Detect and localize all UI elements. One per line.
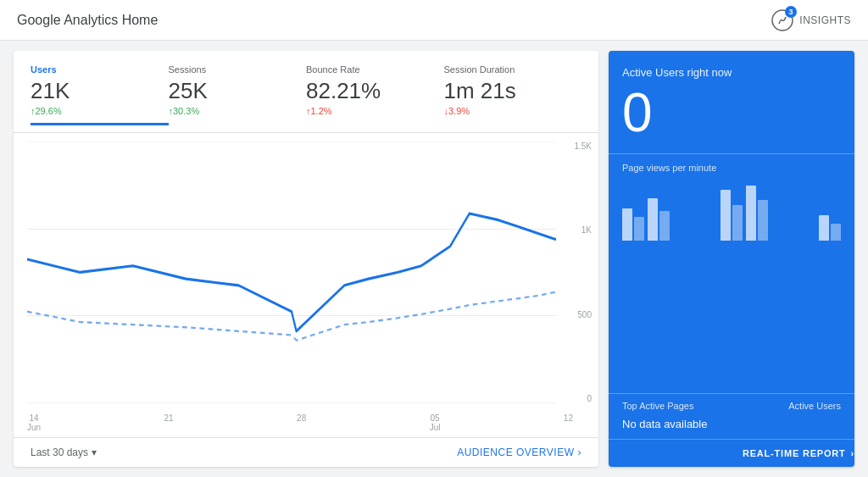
audience-link-label: AUDIENCE OVERVIEW: [457, 446, 574, 458]
card-footer: Last 30 days ▾ AUDIENCE OVERVIEW ›: [14, 437, 598, 467]
bar-4b: [758, 200, 768, 241]
realtime-count: 0: [622, 86, 841, 140]
x-label-28: 28: [297, 413, 306, 432]
bar-2b: [659, 211, 670, 241]
top-pages-header: Top Active Pages: [622, 401, 693, 411]
metric-users[interactable]: Users 21K ↑29.6%: [31, 64, 169, 125]
top-bar: Google Analytics Home 3 INSIGHTS: [0, 0, 868, 41]
no-data-message: No data available: [609, 414, 854, 439]
y-label-500: 500: [574, 310, 592, 319]
bar-1a: [622, 208, 632, 241]
insights-label: INSIGHTS: [799, 14, 851, 26]
x-axis-labels: 14 Jun 21 28 05 Jul 12: [27, 413, 573, 432]
insights-button[interactable]: 3 INSIGHTS: [771, 8, 851, 32]
bar-2a: [648, 198, 658, 241]
metric-change-users: ↑29.6%: [31, 106, 155, 116]
metric-duration[interactable]: Session Duration 1m 21s ↓3.9%: [444, 64, 582, 125]
date-selector[interactable]: Last 30 days ▾: [31, 446, 97, 458]
metric-bounce[interactable]: Bounce Rate 82.21% ↑1.2%: [306, 64, 444, 125]
bar-5a: [819, 215, 829, 241]
metric-label-users: Users: [31, 64, 155, 75]
bar-5b: [831, 224, 841, 241]
report-link-label: REAL-TIME REPORT: [743, 448, 846, 458]
bar-3a: [721, 190, 731, 241]
pageviews-bar-chart: [622, 181, 841, 241]
rt-table-header: Top Active Pages Active Users: [609, 394, 854, 414]
metric-change-duration: ↓3.9%: [444, 106, 569, 116]
metric-label-duration: Session Duration: [444, 64, 569, 75]
metric-value-bounce: 82.21%: [306, 78, 431, 104]
dropdown-arrow-icon: ▾: [92, 446, 97, 458]
x-label-05jul: 05 Jul: [430, 413, 441, 432]
date-range-label: Last 30 days: [31, 446, 88, 458]
page-title: Google Analytics Home: [17, 13, 158, 28]
realtime-title: Active Users right now: [622, 66, 841, 79]
x-label-14jun: 14 Jun: [27, 413, 41, 432]
x-label-21: 21: [164, 413, 174, 432]
realtime-report-link[interactable]: REAL-TIME REPORT ›: [609, 439, 854, 467]
chevron-right-icon-rt: ›: [851, 448, 854, 458]
audience-overview-link[interactable]: AUDIENCE OVERVIEW ›: [457, 446, 581, 458]
analytics-card: Users 21K ↑29.6% Sessions 25K ↑30.3% Bou…: [14, 51, 598, 467]
rt-bottom-section: Top Active Pages Active Users No data av…: [609, 393, 854, 467]
bar-4a: [746, 186, 756, 241]
chart-area: 1.5K 1K 500 0 14 Jun: [14, 133, 598, 437]
y-label-0: 0: [574, 394, 592, 403]
bar-1b: [634, 217, 644, 241]
line-chart: [27, 141, 585, 403]
metric-value-duration: 1m 21s: [444, 78, 569, 104]
metric-sessions[interactable]: Sessions 25K ↑30.3%: [169, 64, 307, 125]
metric-label-bounce: Bounce Rate: [306, 64, 431, 75]
bar-group-1: [622, 208, 644, 241]
main-content: Users 21K ↑29.6% Sessions 25K ↑30.3% Bou…: [0, 41, 868, 477]
bar-group-2: [648, 198, 670, 241]
metrics-row: Users 21K ↑29.6% Sessions 25K ↑30.3% Bou…: [14, 51, 598, 133]
bar-group-5: [819, 215, 841, 241]
y-label-1k: 1K: [574, 225, 592, 235]
metric-change-sessions: ↑30.3%: [169, 106, 293, 116]
bar-3b: [732, 205, 743, 241]
y-label-1.5k: 1.5K: [574, 141, 592, 151]
rt-divider-1: [609, 153, 854, 154]
realtime-card: Active Users right now 0 Page views per …: [609, 51, 854, 467]
active-users-header: Active Users: [788, 401, 841, 411]
x-label-12: 12: [564, 413, 573, 432]
metric-value-sessions: 25K: [169, 78, 293, 104]
metric-value-users: 21K: [31, 78, 155, 104]
insights-badge: 3: [785, 6, 797, 18]
metric-label-sessions: Sessions: [169, 64, 293, 75]
bar-group-4: [746, 186, 768, 241]
pageviews-label: Page views per minute: [622, 163, 841, 173]
y-axis-labels: 1.5K 1K 500 0: [574, 141, 592, 403]
metric-change-bounce: ↑1.2%: [306, 106, 431, 116]
insights-icon: 3: [771, 8, 794, 32]
bar-group-3: [721, 190, 743, 241]
chevron-right-icon: ›: [578, 446, 582, 458]
